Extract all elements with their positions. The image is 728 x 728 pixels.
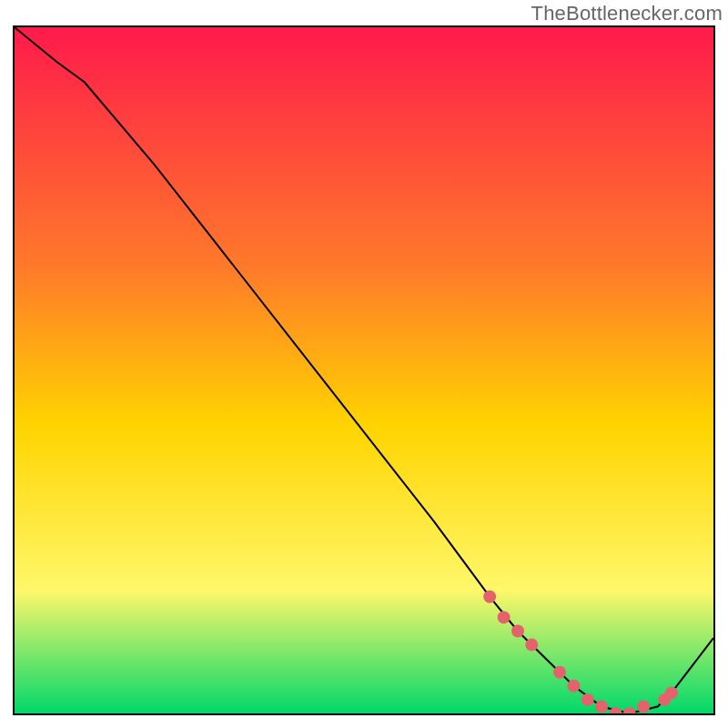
marker-point — [498, 611, 511, 623]
plot-frame — [13, 25, 715, 715]
marker-point — [581, 693, 594, 706]
marker-point — [637, 701, 650, 713]
watermark-text: TheBottlenecker.com — [531, 2, 723, 25]
marker-point — [665, 686, 678, 699]
marker-point — [595, 701, 608, 713]
gradient-background — [15, 27, 713, 713]
marker-point — [511, 625, 524, 638]
marker-point — [567, 680, 580, 693]
chart-canvas: TheBottlenecker.com — [0, 0, 728, 728]
marker-point — [525, 639, 538, 652]
marker-point — [483, 591, 496, 603]
marker-point — [553, 666, 566, 679]
plot-svg — [15, 27, 713, 713]
